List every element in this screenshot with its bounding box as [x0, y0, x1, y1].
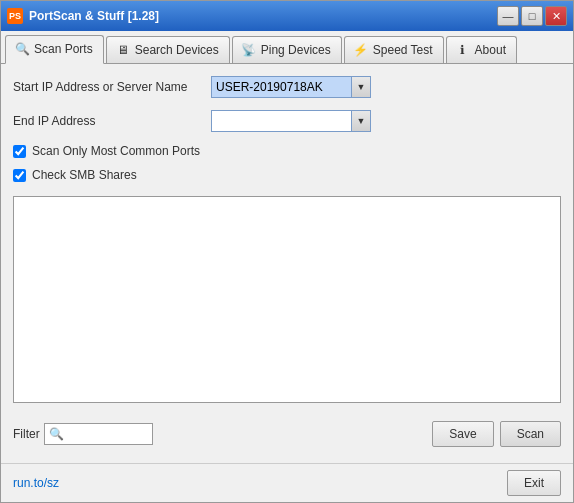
start-ip-row: Start IP Address or Server Name ▼ [13, 76, 561, 98]
start-ip-combo: ▼ [211, 76, 371, 98]
search-devices-tab-label: Search Devices [135, 43, 219, 57]
footer-link[interactable]: run.to/sz [13, 476, 59, 490]
end-ip-label: End IP Address [13, 114, 203, 128]
end-ip-input[interactable] [211, 110, 351, 132]
start-ip-input[interactable] [211, 76, 351, 98]
ping-devices-tab-icon: 📡 [241, 42, 257, 58]
start-ip-dropdown-btn[interactable]: ▼ [351, 76, 371, 98]
end-ip-combo: ▼ [211, 110, 371, 132]
end-ip-row: End IP Address ▼ [13, 110, 561, 132]
scan-button[interactable]: Scan [500, 421, 561, 447]
exit-button[interactable]: Exit [507, 470, 561, 496]
tab-bar: 🔍 Scan Ports 🖥 Search Devices 📡 Ping Dev… [1, 31, 573, 64]
action-buttons: Save Scan [432, 421, 561, 447]
check-smb-row: Check SMB Shares [13, 168, 561, 182]
scan-ports-tab-label: Scan Ports [34, 42, 93, 56]
maximize-button[interactable]: □ [521, 6, 543, 26]
title-bar-left: PS PortScan & Stuff [1.28] [7, 8, 159, 24]
footer: run.to/sz Exit [1, 463, 573, 502]
tab-speed-test[interactable]: ⚡ Speed Test [344, 36, 444, 63]
about-tab-label: About [475, 43, 506, 57]
results-area [13, 196, 561, 403]
start-ip-label: Start IP Address or Server Name [13, 80, 203, 94]
search-icon: 🔍 [49, 427, 64, 441]
scan-common-ports-label: Scan Only Most Common Ports [32, 144, 200, 158]
speed-test-tab-label: Speed Test [373, 43, 433, 57]
tab-scan-ports[interactable]: 🔍 Scan Ports [5, 35, 104, 64]
speed-test-tab-icon: ⚡ [353, 42, 369, 58]
title-bar: PS PortScan & Stuff [1.28] — □ ✕ [1, 1, 573, 31]
end-ip-dropdown-btn[interactable]: ▼ [351, 110, 371, 132]
ping-devices-tab-label: Ping Devices [261, 43, 331, 57]
content-panel: Start IP Address or Server Name ▼ End IP… [1, 64, 573, 463]
main-content: Start IP Address or Server Name ▼ End IP… [1, 64, 573, 463]
app-icon: PS [7, 8, 23, 24]
filter-label: Filter [13, 427, 40, 441]
filter-input[interactable] [68, 427, 148, 441]
title-bar-controls: — □ ✕ [497, 6, 567, 26]
filter-area: Filter 🔍 [13, 423, 153, 445]
close-button[interactable]: ✕ [545, 6, 567, 26]
search-devices-tab-icon: 🖥 [115, 42, 131, 58]
check-smb-checkbox[interactable] [13, 169, 26, 182]
scan-common-ports-row: Scan Only Most Common Ports [13, 144, 561, 158]
scan-ports-tab-icon: 🔍 [14, 41, 30, 57]
window-title: PortScan & Stuff [1.28] [29, 9, 159, 23]
minimize-button[interactable]: — [497, 6, 519, 26]
scan-common-ports-checkbox[interactable] [13, 145, 26, 158]
main-window: PS PortScan & Stuff [1.28] — □ ✕ 🔍 Scan … [0, 0, 574, 503]
bottom-bar: Filter 🔍 Save Scan [13, 415, 561, 451]
filter-input-wrap: 🔍 [44, 423, 153, 445]
tab-ping-devices[interactable]: 📡 Ping Devices [232, 36, 342, 63]
tab-search-devices[interactable]: 🖥 Search Devices [106, 36, 230, 63]
app-icon-text: PS [9, 11, 21, 21]
about-tab-icon: ℹ [455, 42, 471, 58]
check-smb-label: Check SMB Shares [32, 168, 137, 182]
tab-about[interactable]: ℹ About [446, 36, 517, 63]
save-button[interactable]: Save [432, 421, 493, 447]
